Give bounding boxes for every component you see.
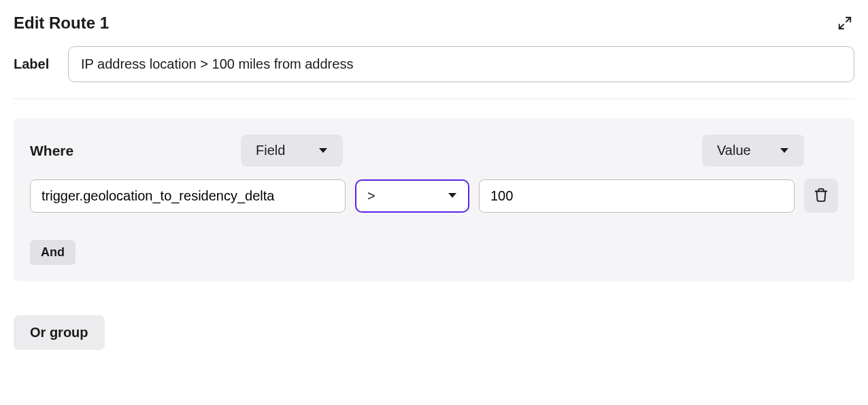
value-type-dropdown[interactable]: Value bbox=[702, 135, 804, 166]
or-group-button[interactable]: Or group bbox=[14, 315, 105, 350]
caret-down-icon bbox=[318, 147, 328, 154]
caret-down-icon bbox=[448, 192, 457, 199]
divider bbox=[14, 99, 854, 99]
trash-icon bbox=[814, 188, 829, 205]
field-type-dropdown-label: Field bbox=[256, 143, 285, 158]
condition-block: Where Field Value > bbox=[14, 118, 854, 281]
field-type-dropdown[interactable]: Field bbox=[241, 135, 343, 166]
page-title: Edit Route 1 bbox=[14, 14, 109, 33]
condition-operator-select[interactable]: > bbox=[355, 179, 469, 213]
expand-icon[interactable] bbox=[835, 14, 854, 33]
where-label: Where bbox=[30, 143, 241, 159]
condition-value-input[interactable] bbox=[479, 179, 795, 213]
value-type-dropdown-label: Value bbox=[717, 143, 751, 158]
and-button[interactable]: And bbox=[30, 240, 76, 265]
caret-down-icon bbox=[780, 147, 789, 154]
delete-condition-button[interactable] bbox=[804, 179, 838, 213]
label-caption: Label bbox=[14, 56, 54, 72]
condition-row: > bbox=[30, 179, 838, 213]
condition-operator-value: > bbox=[367, 188, 375, 204]
condition-field-input[interactable] bbox=[30, 179, 346, 213]
label-input[interactable] bbox=[68, 46, 854, 82]
